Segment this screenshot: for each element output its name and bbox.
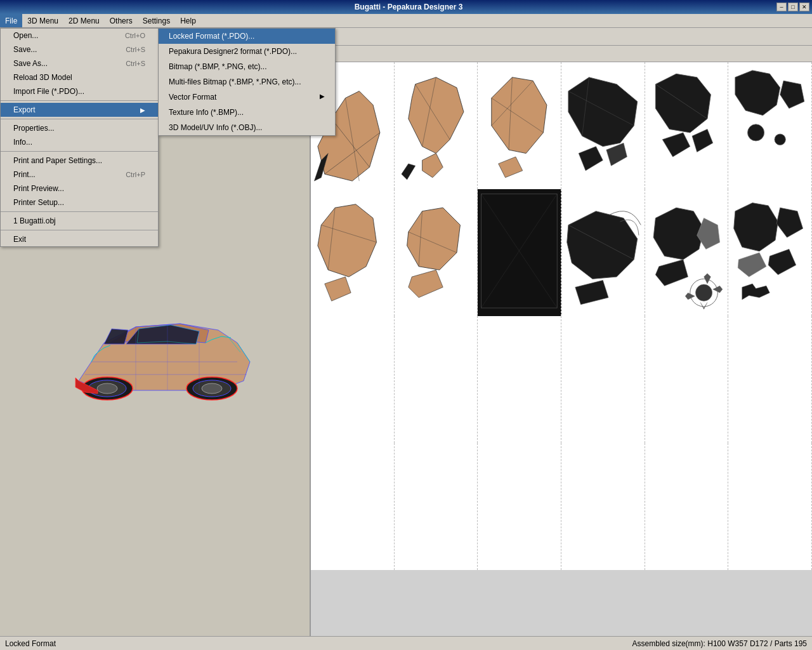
close-button[interactable]: ✕ — [799, 3, 809, 11]
minimize-button[interactable]: – — [776, 3, 787, 11]
cell-r4c3 — [478, 443, 561, 570]
svg-marker-60 — [575, 281, 608, 305]
export-vector[interactable]: Vector Format▶ — [159, 90, 335, 105]
svg-marker-44 — [780, 81, 804, 109]
svg-marker-37 — [579, 147, 603, 171]
svg-marker-54 — [408, 270, 442, 298]
grid-area — [311, 62, 812, 636]
export-texture-info[interactable]: Texture Info (*.BMP)... — [159, 105, 335, 120]
svg-marker-61 — [653, 208, 704, 260]
cell-r2c4 — [561, 189, 645, 316]
cell-r2c2 — [395, 189, 478, 316]
svg-marker-24 — [408, 77, 463, 154]
cell-r1c3 — [478, 62, 561, 189]
menu-print[interactable]: Print...Ctrl+P — [1, 168, 158, 182]
cell-r2c1 — [311, 189, 395, 316]
menu-recent-file[interactable]: 1 Bugatti.obj — [1, 214, 158, 228]
status-right: Assembled size(mm): H100 W357 D172 / Par… — [632, 639, 807, 648]
sep-3 — [1, 151, 158, 152]
svg-marker-66 — [704, 274, 710, 284]
svg-marker-40 — [662, 133, 690, 157]
svg-point-45 — [748, 124, 764, 141]
menu-import[interactable]: Import File (*.PDO)... — [1, 84, 158, 98]
menu-print-preview[interactable]: Print Preview... — [1, 182, 158, 196]
menu-open[interactable]: Open...Ctrl+O — [1, 29, 158, 43]
menu-save-as[interactable]: Save As...Ctrl+S — [1, 56, 158, 70]
menu-file[interactable]: File — [0, 14, 22, 27]
svg-marker-29 — [492, 77, 547, 154]
svg-marker-47 — [318, 204, 377, 277]
menu-printer-setup[interactable]: Printer Setup... — [1, 196, 158, 209]
cell-r4c2 — [395, 443, 478, 570]
export-submenu: Locked Format (*.PDO)... Pepakura Design… — [158, 28, 336, 136]
title-bar: Bugatti - Pepakura Designer 3 – □ ✕ — [0, 0, 812, 14]
cell-r3c1 — [311, 316, 395, 443]
menu-bar: File 3D Menu 2D Menu Others Settings Hel… — [0, 14, 812, 28]
menu-exit[interactable]: Exit — [1, 232, 158, 246]
svg-marker-67 — [712, 286, 722, 293]
cell-r3c3 — [478, 316, 561, 443]
cell-r2c3 — [478, 189, 561, 316]
svg-marker-73 — [769, 249, 797, 275]
menu-2d[interactable]: 2D Menu — [63, 14, 105, 27]
status-left: Locked Format — [5, 639, 56, 648]
svg-marker-34 — [568, 77, 638, 147]
svg-marker-43 — [735, 70, 780, 116]
svg-marker-69 — [685, 293, 695, 300]
menu-save[interactable]: Save...Ctrl+S — [1, 43, 158, 56]
cell-r4c5 — [645, 443, 729, 570]
cell-r4c6 — [728, 443, 812, 570]
svg-marker-63 — [655, 260, 688, 286]
svg-point-65 — [695, 284, 712, 301]
menu-others[interactable]: Others — [105, 14, 138, 27]
cell-r1c2 — [395, 62, 478, 189]
export-designer2-pdo[interactable]: Pepakura Designer2 format (*.PDO)... — [159, 44, 335, 59]
svg-marker-25 — [422, 154, 443, 178]
window-controls: – □ ✕ — [776, 3, 809, 11]
menu-export[interactable]: Export▶ — [1, 103, 158, 117]
status-bar: Locked Format Assembled size(mm): H100 W… — [0, 636, 812, 650]
export-multifile-bitmap[interactable]: Multi-files Bitmap (*.BMP, *.PNG, etc)..… — [159, 74, 335, 90]
svg-marker-41 — [692, 129, 713, 152]
cell-r2c6 — [728, 189, 812, 316]
cell-r1c4 — [561, 62, 645, 189]
cell-r2c5 — [645, 189, 729, 316]
menu-settings[interactable]: Settings — [138, 14, 175, 27]
export-bitmap[interactable]: Bitmap (*.BMP, *.PNG, etc)... — [159, 59, 335, 74]
svg-marker-39 — [655, 74, 710, 133]
svg-point-46 — [775, 134, 785, 145]
svg-point-7 — [97, 383, 117, 394]
2d-panel — [311, 62, 812, 636]
svg-marker-38 — [606, 143, 627, 166]
svg-marker-58 — [567, 211, 638, 279]
svg-marker-51 — [407, 208, 460, 270]
menu-help[interactable]: Help — [175, 14, 201, 27]
menu-info[interactable]: Info... — [1, 135, 158, 149]
svg-marker-71 — [777, 208, 803, 237]
svg-marker-48 — [325, 277, 351, 301]
export-3d-model[interactable]: 3D Model/UV Info (*.OBJ)... — [159, 120, 335, 135]
cell-r1c5 — [645, 62, 729, 189]
svg-marker-70 — [734, 203, 778, 251]
svg-point-10 — [202, 383, 222, 394]
svg-marker-33 — [499, 157, 523, 178]
svg-marker-68 — [700, 302, 707, 309]
menu-3d[interactable]: 3D Menu — [22, 14, 63, 27]
cell-r4c4 — [561, 443, 645, 570]
svg-marker-3 — [104, 329, 128, 344]
svg-marker-28 — [402, 164, 416, 180]
cell-r3c5 — [645, 316, 729, 443]
svg-marker-72 — [738, 253, 767, 277]
menu-reload[interactable]: Reload 3D Model — [1, 70, 158, 84]
cell-r4c1 — [311, 443, 395, 570]
cell-r3c4 — [561, 316, 645, 443]
menu-print-settings[interactable]: Print and Paper Settings... — [1, 154, 158, 168]
sep-2 — [1, 119, 158, 119]
menu-properties[interactable]: Properties... — [1, 121, 158, 135]
maximize-button[interactable]: □ — [788, 3, 798, 11]
title-text: Bugatti - Pepakura Designer 3 — [41, 3, 776, 11]
sep-4 — [1, 211, 158, 212]
sep-5 — [1, 230, 158, 230]
export-locked-pdo[interactable]: Locked Format (*.PDO)... — [159, 29, 335, 44]
cell-r1c6 — [728, 62, 812, 189]
